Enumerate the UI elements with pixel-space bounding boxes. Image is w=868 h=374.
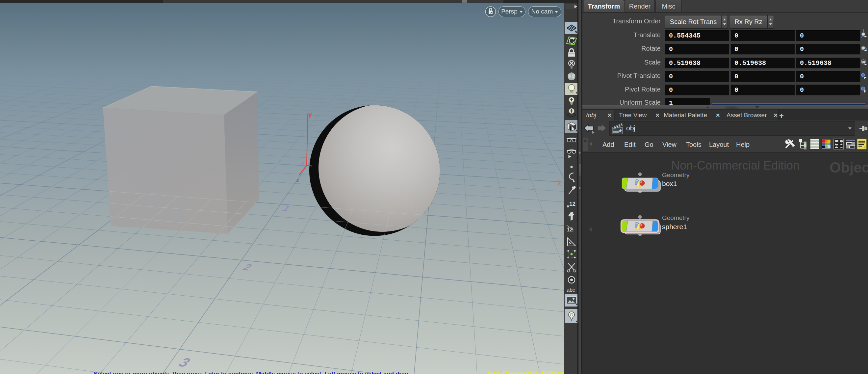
svg-text:12: 12 xyxy=(569,201,576,207)
svg-text:z: z xyxy=(296,176,300,183)
svg-text:abc: abc xyxy=(567,287,575,293)
svg-text:y: y xyxy=(308,111,312,118)
